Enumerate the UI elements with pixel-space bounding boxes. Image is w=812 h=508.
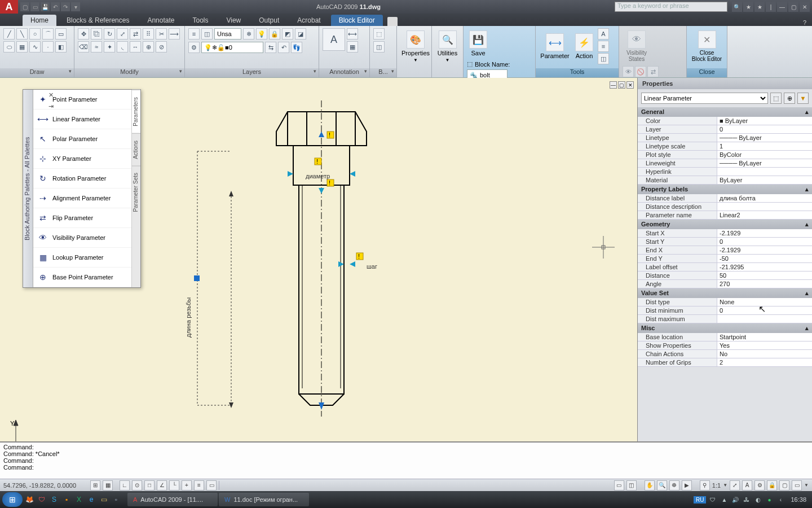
prop-num-grips[interactable]: Number of Grips2 xyxy=(638,358,812,367)
filter-icon[interactable]: ▼ xyxy=(797,93,809,104)
tray-expand-icon[interactable]: ‹ xyxy=(776,497,785,503)
qat-open-icon[interactable]: ▭ xyxy=(30,2,39,11)
qat-redo-icon[interactable]: ↷ xyxy=(61,2,70,11)
close-button[interactable]: ✕ xyxy=(800,2,810,12)
layer-tools-icon[interactable]: ⚙ xyxy=(188,42,200,53)
scale-icon[interactable]: ⤢ xyxy=(117,28,128,40)
ortho-toggle[interactable]: ∟ xyxy=(120,480,130,491)
palette-item-lookup[interactable]: ▦Lookup Parameter xyxy=(33,248,131,268)
join-icon[interactable]: ⊕ xyxy=(143,41,154,52)
prop-parameter-name[interactable]: Parameter nameLinear2 xyxy=(638,211,812,220)
tab-blocks[interactable]: Blocks & References xyxy=(59,15,137,26)
panel-modify-label[interactable]: Modify▾ xyxy=(74,68,184,77)
command-line[interactable]: Command: Command: *Cancel* Command: Comm… xyxy=(0,441,812,481)
prop-end-x[interactable]: End X-2.1929 xyxy=(638,246,812,255)
mirror-icon[interactable]: ⇄ xyxy=(130,28,141,40)
steering-icon[interactable]: ☸ xyxy=(669,480,679,491)
rotate-icon[interactable]: ↻ xyxy=(104,28,115,40)
fillet-icon[interactable]: ◟ xyxy=(117,41,128,52)
pan-icon[interactable]: ✋ xyxy=(645,480,655,491)
tray-icon[interactable]: 🔊 xyxy=(731,497,740,503)
prop-linetype[interactable]: Linetype──── ByLayer xyxy=(638,134,812,142)
point-icon[interactable]: · xyxy=(42,41,54,52)
layer-filter-combo[interactable]: Unsa xyxy=(214,28,241,40)
prop-color[interactable]: Color■ ByLayer xyxy=(638,117,812,125)
save-block-button[interactable]: 💾Save xyxy=(467,28,489,59)
explode-icon[interactable]: ✦ xyxy=(104,41,115,52)
tab-overflow-icon[interactable] xyxy=(387,17,398,26)
dimension-icon[interactable]: ⟷ xyxy=(347,28,358,40)
layer-current-combo[interactable]: 💡❄🔓■ 0 xyxy=(201,42,263,53)
favorite-icon[interactable]: ★ xyxy=(743,2,753,12)
tray-icon[interactable]: 🖧 xyxy=(742,497,751,503)
utilities-button[interactable]: 🔍Utilities▼ xyxy=(435,28,460,65)
prop-hyperlink[interactable]: Hyperlink xyxy=(638,168,812,176)
parameter-set-icon[interactable]: ≡ xyxy=(598,41,609,52)
palette-item-xy[interactable]: ⊹XY Parameter xyxy=(33,149,131,169)
hatch-icon[interactable]: ▦ xyxy=(16,41,28,52)
snap-toggle[interactable]: ⊞ xyxy=(90,480,100,491)
task-word[interactable]: W11.doc [Режим огран... xyxy=(219,493,309,506)
polyline-icon[interactable]: ╲ xyxy=(16,28,28,40)
layout-quick-icon[interactable]: ◫ xyxy=(626,480,637,491)
region-icon[interactable]: ◧ xyxy=(55,41,67,52)
ql-ie-icon[interactable]: 🦊 xyxy=(24,494,35,505)
tray-icon[interactable]: ● xyxy=(765,497,774,503)
stretch-icon[interactable]: ↔ xyxy=(130,41,141,52)
panel-annotation-label[interactable]: Annotation▾ xyxy=(319,68,369,77)
layer-off-icon[interactable]: 💡 xyxy=(256,28,267,40)
line-icon[interactable]: ╱ xyxy=(3,28,15,40)
lwt-toggle[interactable]: ≡ xyxy=(194,480,204,491)
maximize-button[interactable]: ▢ xyxy=(788,2,798,12)
osnap-toggle[interactable]: □ xyxy=(144,480,155,491)
workspace-icon[interactable]: ⚙ xyxy=(754,480,765,491)
layer-lock-icon[interactable]: 🔒 xyxy=(269,28,280,40)
ql-skype-icon[interactable]: S xyxy=(48,494,60,505)
array-icon[interactable]: ⠿ xyxy=(143,28,154,40)
section-valueset[interactable]: Value Set▴ xyxy=(638,288,812,298)
tray-icon[interactable]: ▲ xyxy=(720,497,729,503)
palette-item-linear[interactable]: ⟷Linear Parameter xyxy=(33,110,131,129)
prop-distance[interactable]: Distance50 xyxy=(638,271,812,280)
section-general[interactable]: General▴ xyxy=(638,107,812,117)
prop-material[interactable]: MaterialByLayer xyxy=(638,176,812,185)
ql-shield-icon[interactable]: 🛡 xyxy=(36,494,47,505)
tab-home[interactable]: Home xyxy=(23,15,56,26)
layer-properties-icon[interactable]: ≡ xyxy=(188,28,200,40)
spline-icon[interactable]: ∿ xyxy=(29,41,41,52)
prop-distance-label[interactable]: Distance labelдлина болта xyxy=(638,194,812,203)
close-block-editor-button[interactable]: ✕Close Block Editor xyxy=(690,28,723,64)
prop-dist-min[interactable]: Dist minimum0 xyxy=(638,306,812,315)
erase-icon[interactable]: ⌫ xyxy=(78,41,89,52)
qp-toggle[interactable]: ▭ xyxy=(206,480,217,491)
palette-title[interactable]: Block Authoring Palettes - All Palettes xyxy=(23,90,33,287)
layer-match-icon[interactable]: ⇆ xyxy=(265,42,276,53)
tab-output[interactable]: Output xyxy=(251,15,287,26)
palette-item-visibility[interactable]: 👁Visibility Parameter xyxy=(33,228,131,248)
trim-icon[interactable]: ✂ xyxy=(156,28,167,40)
language-indicator[interactable]: RU xyxy=(694,496,706,503)
task-autocad[interactable]: AAutoCAD 2009 - [11.... xyxy=(127,493,218,506)
search-input[interactable]: Type a keyword or phrase xyxy=(615,2,727,12)
search-go-icon[interactable]: 🔍 xyxy=(732,2,742,12)
grid-toggle[interactable]: ▦ xyxy=(103,480,113,491)
ql-folder-icon[interactable]: ▭ xyxy=(98,494,109,505)
annoscale-vis-icon[interactable]: ⤢ xyxy=(730,480,740,491)
qat-dropdown-icon[interactable]: ▾ xyxy=(71,2,80,11)
layer-freeze-icon[interactable]: ❄ xyxy=(243,28,254,40)
prop-distance-desc[interactable]: Distance description xyxy=(638,203,812,211)
layer-states-icon[interactable]: ◫ xyxy=(201,28,213,40)
quickselect-icon[interactable]: ⬚ xyxy=(770,93,782,104)
table-icon[interactable]: ▦ xyxy=(347,41,358,52)
ql-ie2-icon[interactable]: e xyxy=(86,494,97,505)
prop-plotstyle[interactable]: Plot styleByColor xyxy=(638,151,812,159)
model-toggle[interactable]: ▭ xyxy=(614,480,624,491)
offset-icon[interactable]: ≈ xyxy=(91,41,102,52)
rect-icon[interactable]: ▭ xyxy=(55,28,67,40)
palette-item-rotation[interactable]: ↻Rotation Parameter xyxy=(33,169,131,189)
prop-layer[interactable]: Layer0 xyxy=(638,125,812,134)
parameter-button[interactable]: ⟷Parameter xyxy=(539,28,571,64)
prop-start-x[interactable]: Start X-2.1929 xyxy=(638,229,812,238)
palette-item-polar[interactable]: ↖Polar Parameter xyxy=(33,129,131,149)
move-icon[interactable]: ✥ xyxy=(78,28,89,40)
